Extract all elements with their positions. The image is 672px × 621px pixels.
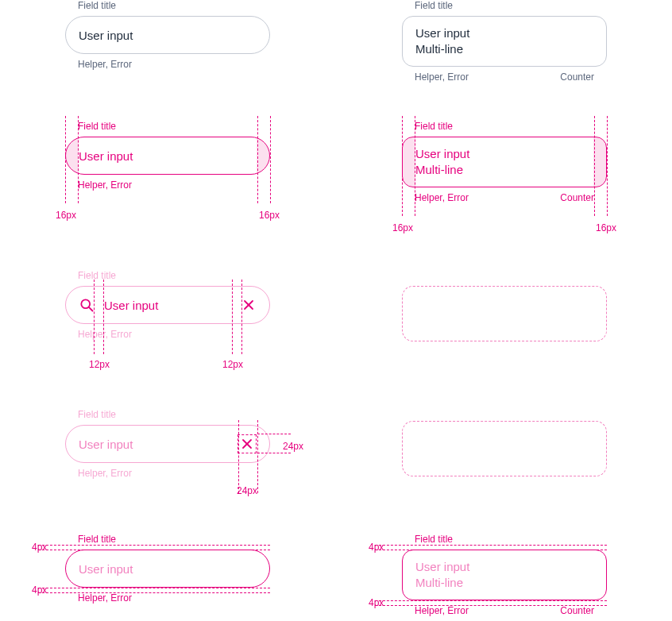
- measure-guide: [238, 420, 239, 493]
- measure-guide: [257, 420, 258, 493]
- helper-row: Helper, Error: [65, 179, 270, 191]
- helper-row: Helper, Error: [65, 59, 270, 70]
- measure-guide: [103, 280, 104, 354]
- padding-overlay-right: [257, 137, 269, 174]
- field-value: User input: [79, 562, 133, 576]
- field-value-line1: User input: [415, 25, 469, 41]
- measure-guide: [65, 116, 66, 203]
- helper-text: Helper, Error: [78, 59, 132, 70]
- measure-label-24px: 24px: [237, 485, 257, 496]
- measure-guide: [375, 605, 607, 606]
- measure-guide: [38, 588, 270, 588]
- measure-label-4px: 4px: [369, 542, 384, 553]
- measure-guide: [241, 280, 242, 354]
- search-icon: [79, 297, 95, 313]
- measure-label-12px: 12px: [89, 359, 110, 370]
- text-field-multiline-spec[interactable]: User input Multi-line: [402, 137, 607, 187]
- helper-text: Helper, Error: [415, 192, 469, 203]
- text-field-single-spec[interactable]: User input: [65, 137, 270, 175]
- field-value-line2: Multi-line: [415, 41, 463, 57]
- field-title-label: Field title: [78, 121, 270, 132]
- field-title-label: Field title: [78, 0, 270, 11]
- helper-text: Helper, Error: [78, 179, 132, 191]
- padding-overlay-left: [403, 137, 415, 187]
- text-field-single[interactable]: User input: [65, 16, 270, 54]
- measure-label-16px: 16px: [56, 210, 76, 221]
- text-field-multiline[interactable]: User input Multi-line: [402, 16, 607, 67]
- field-title-label: Field title: [415, 0, 607, 11]
- counter-text: Counter: [560, 71, 594, 83]
- close-icon[interactable]: [241, 297, 257, 313]
- helper-text: Helper, Error: [415, 71, 469, 83]
- text-field-single-vgap[interactable]: User input: [65, 550, 270, 588]
- measure-guide: [257, 116, 258, 203]
- helper-text: Helper, Error: [78, 329, 132, 340]
- measure-guide: [375, 545, 607, 546]
- field-value-line2: Multi-line: [415, 162, 463, 178]
- field-value: User input: [104, 299, 231, 312]
- helper-row: Helper, Error: [65, 468, 270, 479]
- helper-text: Helper, Error: [415, 605, 469, 616]
- icon-bounding-box: [238, 434, 257, 453]
- field-value-line1: User input: [415, 559, 469, 575]
- measure-guide: [94, 280, 95, 354]
- helper-row: Helper, Error Counter: [402, 71, 607, 83]
- measure-label-12px: 12px: [222, 359, 243, 370]
- measure-guide: [402, 116, 403, 216]
- field-value-line1: User input: [415, 146, 469, 162]
- measure-guide: [38, 592, 270, 593]
- measure-guide: [257, 453, 291, 453]
- measure-label-4px: 4px: [32, 542, 47, 553]
- helper-row: Helper, Error Counter: [402, 192, 607, 203]
- counter-text: Counter: [560, 605, 594, 616]
- measure-guide: [594, 116, 595, 216]
- helper-text: Helper, Error: [78, 468, 132, 479]
- measure-guide: [270, 116, 271, 203]
- measure-guide: [257, 434, 291, 434]
- field-value: User input: [79, 149, 133, 163]
- helper-row: Helper, Error: [65, 592, 270, 604]
- text-field-multiline-vgap[interactable]: User input Multi-line: [402, 550, 607, 600]
- measure-guide: [375, 550, 607, 550]
- field-value-line2: Multi-line: [415, 575, 463, 591]
- placeholder-dashed-box: [402, 421, 607, 476]
- field-value: User input: [79, 438, 238, 451]
- field-title-label: Field title: [415, 121, 607, 132]
- measure-guide: [38, 550, 270, 550]
- field-title-label: Field title: [78, 409, 270, 420]
- text-field-with-icons[interactable]: User input: [65, 286, 270, 324]
- helper-row: Helper, Error Counter: [402, 605, 607, 616]
- measure-label-16px: 16px: [596, 222, 616, 233]
- measure-label-16px: 16px: [259, 210, 280, 221]
- counter-text: Counter: [560, 192, 594, 203]
- measure-guide: [232, 280, 233, 354]
- placeholder-dashed-box: [402, 286, 607, 341]
- padding-overlay-right: [593, 137, 606, 187]
- measure-label-4px: 4px: [32, 584, 47, 596]
- measure-guide: [607, 116, 608, 216]
- field-title-label: Field title: [415, 534, 607, 545]
- field-value: User input: [79, 29, 133, 42]
- measure-label-16px: 16px: [392, 222, 413, 233]
- measure-label-24px: 24px: [283, 441, 303, 452]
- measure-guide: [375, 600, 607, 601]
- measure-label-4px: 4px: [369, 597, 384, 608]
- text-field-icon-box-spec[interactable]: User input: [65, 425, 270, 463]
- svg-line-1: [89, 307, 93, 311]
- field-title-label: Field title: [78, 534, 270, 545]
- padding-overlay-left: [66, 137, 79, 174]
- measure-guide: [78, 116, 79, 203]
- measure-guide: [415, 116, 415, 216]
- helper-text: Helper, Error: [78, 592, 132, 604]
- measure-guide: [38, 545, 270, 546]
- helper-row: Helper, Error: [65, 329, 270, 340]
- close-icon[interactable]: [239, 436, 255, 452]
